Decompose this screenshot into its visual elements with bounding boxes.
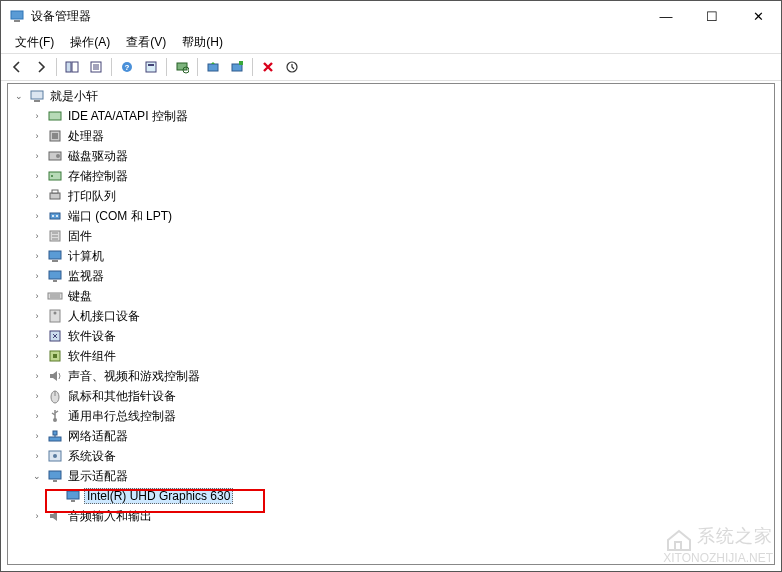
help-button[interactable]: ? [115, 56, 139, 78]
chevron-right-icon[interactable]: › [30, 509, 44, 523]
chevron-right-icon[interactable]: › [30, 389, 44, 403]
tree-node[interactable]: ›声音、视频和游戏控制器 [8, 366, 774, 386]
tree-node[interactable]: ›网络适配器 [8, 426, 774, 446]
svg-rect-10 [146, 62, 156, 72]
chevron-right-icon [48, 489, 62, 503]
svg-rect-0 [11, 11, 23, 19]
chevron-right-icon[interactable]: › [30, 449, 44, 463]
chevron-right-icon[interactable]: › [30, 169, 44, 183]
maximize-button[interactable]: ☐ [689, 1, 735, 31]
display-icon [47, 468, 63, 484]
chevron-right-icon[interactable]: › [30, 429, 44, 443]
disk-icon [47, 148, 63, 164]
chevron-right-icon[interactable]: › [30, 309, 44, 323]
chevron-right-icon[interactable]: › [30, 269, 44, 283]
tree-node[interactable]: ›端口 (COM 和 LPT) [8, 206, 774, 226]
svg-rect-36 [49, 251, 61, 259]
toolbar-separator [56, 58, 57, 76]
tree-node[interactable]: ›鼠标和其他指针设备 [8, 386, 774, 406]
svg-rect-16 [239, 61, 243, 65]
firmware-icon [47, 228, 63, 244]
tree-node[interactable]: ›存储控制器 [8, 166, 774, 186]
tree-node-label: 鼠标和其他指针设备 [66, 387, 178, 406]
tree-node[interactable]: ›软件组件 [8, 346, 774, 366]
chevron-right-icon[interactable]: › [30, 129, 44, 143]
menu-action[interactable]: 操作(A) [62, 32, 118, 53]
keyboard-icon [47, 288, 63, 304]
svg-rect-1 [14, 20, 20, 22]
storage-icon [47, 168, 63, 184]
action-button[interactable] [139, 56, 163, 78]
tree-node-label: 软件设备 [66, 327, 118, 346]
tree-node[interactable]: ›人机接口设备 [8, 306, 774, 326]
chevron-right-icon[interactable]: › [30, 289, 44, 303]
tree-node-label: 软件组件 [66, 347, 118, 366]
disable-device-button[interactable] [256, 56, 280, 78]
tree-node[interactable]: ›IDE ATA/ATAPI 控制器 [8, 106, 774, 126]
chevron-right-icon[interactable]: › [30, 409, 44, 423]
app-icon [9, 8, 25, 24]
tree-node[interactable]: ›系统设备 [8, 446, 774, 466]
tree-node[interactable]: ›计算机 [8, 246, 774, 266]
monitor-icon [47, 268, 63, 284]
tree-node[interactable]: ›监视器 [8, 266, 774, 286]
chevron-right-icon[interactable]: › [30, 349, 44, 363]
chevron-right-icon[interactable]: › [30, 369, 44, 383]
toolbar-separator [252, 58, 253, 76]
forward-button[interactable] [29, 56, 53, 78]
menubar: 文件(F) 操作(A) 查看(V) 帮助(H) [1, 31, 781, 53]
printer-icon [47, 188, 63, 204]
scan-hardware-button[interactable] [170, 56, 194, 78]
tree-node-label: 处理器 [66, 127, 106, 146]
network-icon [47, 428, 63, 444]
enable-device-button[interactable] [280, 56, 304, 78]
update-driver-button[interactable] [201, 56, 225, 78]
tree-node-label: 显示适配器 [66, 467, 130, 486]
svg-rect-58 [53, 480, 57, 482]
svg-rect-37 [52, 260, 58, 262]
svg-rect-25 [49, 172, 61, 180]
show-hide-console-button[interactable] [60, 56, 84, 78]
window-controls: — ☐ ✕ [643, 1, 781, 31]
computer-icon [29, 88, 45, 104]
chevron-right-icon[interactable]: › [30, 149, 44, 163]
chevron-right-icon[interactable]: › [30, 329, 44, 343]
menu-file[interactable]: 文件(F) [7, 32, 62, 53]
chevron-right-icon[interactable]: › [30, 109, 44, 123]
tree-node-label: 系统设备 [66, 447, 118, 466]
tree-node[interactable]: ›通用串行总线控制器 [8, 406, 774, 426]
back-button[interactable] [5, 56, 29, 78]
tree-node-label: Intel(R) UHD Graphics 630 [84, 488, 233, 504]
svg-rect-52 [49, 437, 61, 441]
svg-rect-2 [66, 62, 71, 72]
tree-node-label: 监视器 [66, 267, 106, 286]
tree-node[interactable]: ›键盘 [8, 286, 774, 306]
chevron-down-icon[interactable]: ⌄ [30, 469, 44, 483]
chevron-down-icon[interactable]: ⌄ [12, 89, 26, 103]
tree-node[interactable]: ⌄就是小轩 [8, 86, 774, 106]
tree-node[interactable]: ⌄显示适配器 [8, 466, 774, 486]
close-button[interactable]: ✕ [735, 1, 781, 31]
svg-rect-15 [232, 64, 242, 71]
tree-node[interactable]: ›磁盘驱动器 [8, 146, 774, 166]
chevron-right-icon[interactable]: › [30, 189, 44, 203]
tree-node[interactable]: ›处理器 [8, 126, 774, 146]
chevron-right-icon[interactable]: › [30, 209, 44, 223]
menu-view[interactable]: 查看(V) [118, 32, 174, 53]
svg-rect-38 [49, 271, 61, 279]
chevron-right-icon[interactable]: › [30, 249, 44, 263]
uninstall-device-button[interactable] [225, 56, 249, 78]
menu-help[interactable]: 帮助(H) [174, 32, 231, 53]
device-tree[interactable]: ⌄就是小轩›IDE ATA/ATAPI 控制器›处理器›磁盘驱动器›存储控制器›… [7, 83, 775, 565]
titlebar: 设备管理器 — ☐ ✕ [1, 1, 781, 31]
toolbar-separator [166, 58, 167, 76]
chevron-right-icon[interactable]: › [30, 229, 44, 243]
properties-button[interactable] [84, 56, 108, 78]
tree-node[interactable]: ›打印队列 [8, 186, 774, 206]
tree-node[interactable]: ›软件设备 [8, 326, 774, 346]
tree-node[interactable]: ›音频输入和输出 [8, 506, 774, 526]
minimize-button[interactable]: — [643, 1, 689, 31]
svg-rect-57 [49, 471, 61, 479]
tree-node[interactable]: ›固件 [8, 226, 774, 246]
tree-node[interactable]: Intel(R) UHD Graphics 630 [8, 486, 774, 506]
